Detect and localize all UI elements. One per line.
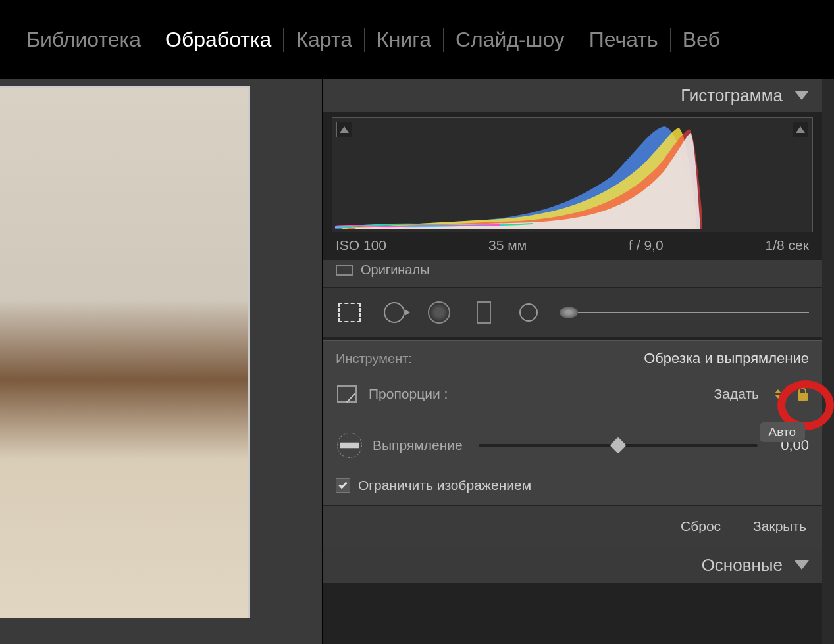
chevron-down-icon	[795, 91, 809, 100]
panel-scrollbar[interactable]	[822, 79, 834, 644]
reset-button[interactable]: Сброс	[681, 518, 721, 534]
spot-tool[interactable]	[380, 299, 408, 326]
tab-slideshow[interactable]: Слайд-шоу	[444, 28, 577, 52]
crop-frame[interactable]	[0, 86, 250, 618]
basic-panel-header[interactable]: Основные	[323, 547, 822, 583]
constrain-row: Ограничить изображением	[336, 478, 809, 493]
auto-button[interactable]: Авто	[760, 422, 805, 442]
tool-strip	[323, 287, 822, 337]
histogram-chart	[335, 124, 730, 229]
brush-tool[interactable]	[560, 307, 809, 318]
histogram-panel-header[interactable]: Гистограмма	[323, 79, 822, 112]
straighten-slider[interactable]	[479, 437, 758, 453]
brush-slider-track	[578, 312, 809, 313]
crop-tool[interactable]	[336, 299, 363, 326]
eye-icon	[428, 301, 450, 324]
crop-icon	[338, 303, 361, 322]
redeye-tool[interactable]	[425, 299, 453, 326]
exif-iso: ISO 100	[336, 237, 386, 253]
exif-focal: 35 мм	[488, 237, 527, 253]
aspect-row: Пропорции : Задать	[336, 383, 809, 405]
tab-web[interactable]: Веб	[671, 28, 732, 52]
aspect-dropdown[interactable]: Задать	[714, 386, 759, 402]
basic-title: Основные	[702, 555, 783, 576]
graduated-tool[interactable]	[470, 299, 498, 326]
constrain-checkbox[interactable]	[336, 478, 350, 493]
level-icon[interactable]	[336, 432, 363, 459]
instrument-label: Инструмент:	[336, 351, 412, 366]
chevron-down-icon	[795, 560, 809, 570]
divider	[737, 518, 737, 535]
highlight-clipping-icon[interactable]	[793, 122, 808, 137]
exif-aperture: f / 9,0	[629, 237, 664, 253]
close-button[interactable]: Закрыть	[753, 518, 806, 534]
aspect-stepper-icon[interactable]	[775, 389, 781, 399]
tab-develop[interactable]: Обработка	[153, 28, 284, 52]
aspect-icon[interactable]	[336, 383, 359, 405]
originals-label: Оригиналы	[361, 262, 430, 278]
brush-icon	[560, 307, 578, 318]
originals-row[interactable]: Оригиналы	[323, 260, 822, 287]
tab-print[interactable]: Печать	[577, 28, 671, 52]
aspect-label: Пропорции :	[369, 386, 448, 402]
tab-map[interactable]: Карта	[284, 28, 365, 52]
image-preview[interactable]	[0, 79, 323, 644]
originals-icon	[336, 265, 353, 276]
crop-panel: Инструмент: Обрезка и выпрямление Пропор…	[323, 340, 822, 506]
circle-icon	[384, 302, 405, 323]
crop-footer: Сброс Закрыть	[323, 506, 822, 547]
instrument-name: Обрезка и выпрямление	[644, 350, 809, 367]
tab-library[interactable]: Библиотека	[26, 28, 153, 52]
straighten-label: Выпрямление	[373, 437, 463, 453]
exif-shutter: 1/8 сек	[766, 237, 809, 253]
constrain-label: Ограничить изображением	[358, 478, 531, 493]
rectangle-icon	[477, 301, 491, 324]
histogram-title: Гистограмма	[681, 86, 783, 106]
module-tabs: Библиотека Обработка Карта Книга Слайд-ш…	[0, 0, 834, 79]
lock-icon[interactable]	[797, 387, 809, 401]
tab-book[interactable]: Книга	[365, 28, 444, 52]
checkmark-icon	[338, 480, 347, 489]
radial-icon	[519, 303, 538, 322]
histogram[interactable]	[332, 117, 813, 232]
radial-tool[interactable]	[515, 299, 542, 326]
straighten-row: Выпрямление 0,00	[336, 432, 809, 459]
exif-row: ISO 100 35 мм f / 9,0 1/8 сек	[323, 232, 822, 260]
